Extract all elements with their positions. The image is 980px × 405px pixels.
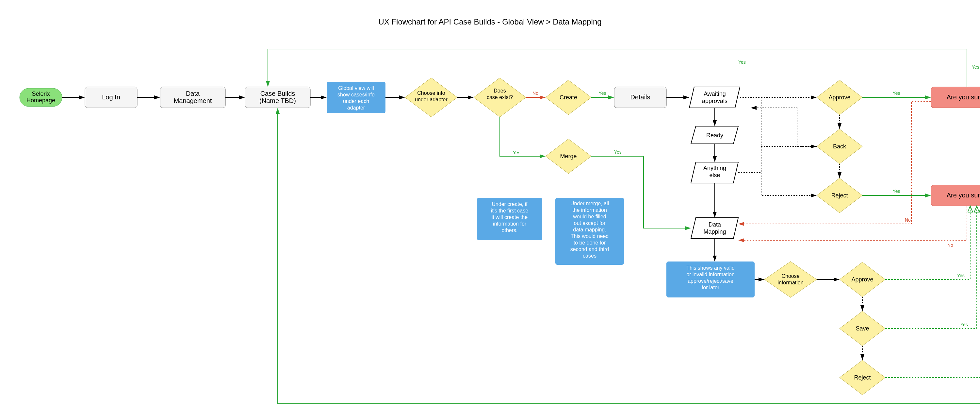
svg-text:Homepage: Homepage <box>27 97 55 104</box>
svg-text:cases: cases <box>583 253 597 258</box>
svg-text:Merge: Merge <box>560 153 577 159</box>
svg-text:Management: Management <box>174 97 212 104</box>
node-datamapping: Data Mapping <box>691 218 738 239</box>
svg-text:Reject: Reject <box>854 374 870 381</box>
svg-text:Back: Back <box>833 143 846 150</box>
node-create: Create <box>546 80 591 115</box>
svg-text:else: else <box>709 172 720 179</box>
flowchart-canvas: UX Flowchart for API Case Builds - Globa… <box>0 0 980 405</box>
svg-text:Selerix: Selerix <box>32 91 50 97</box>
label-yes-3: Yes <box>614 149 622 155</box>
svg-text:it will create the: it will create the <box>492 214 528 220</box>
node-save2: Save <box>840 311 885 346</box>
node-reject2: Reject <box>840 360 885 395</box>
label-no-2: No <box>905 217 911 223</box>
svg-text:Reject: Reject <box>831 192 848 199</box>
svg-text:or invalid information: or invalid information <box>686 272 735 277</box>
node-datamgmt: Data Management <box>160 87 225 108</box>
svg-text:Awaiting: Awaiting <box>704 91 726 97</box>
svg-text:Choose: Choose <box>781 273 799 279</box>
label-yes-6: Yes <box>972 64 979 70</box>
label-no-1: No <box>533 91 538 96</box>
svg-text:out except for: out except for <box>574 220 606 226</box>
edge-reject2-ays2 <box>885 207 980 378</box>
edge-ays1-yes-loop <box>268 49 967 87</box>
svg-text:Ready: Ready <box>706 132 723 139</box>
node-merge: Merge <box>546 139 591 174</box>
node-approve2: Approve <box>840 262 885 297</box>
svg-text:Details: Details <box>630 94 650 100</box>
label-yes-4: Yes <box>893 91 900 96</box>
node-globalview-note: Global view will show cases/info under e… <box>327 82 385 113</box>
note-datamap: This shows any valid or invalid informat… <box>667 261 755 297</box>
svg-text:Save: Save <box>856 325 869 332</box>
svg-text:This shows any valid: This shows any valid <box>686 265 735 271</box>
node-anythingelse: Anything else <box>691 162 738 183</box>
svg-marker-70 <box>764 261 817 297</box>
svg-text:show cases/info: show cases/info <box>337 92 375 97</box>
svg-text:Create: Create <box>560 94 577 100</box>
edge-approve2-ays2 <box>885 207 970 279</box>
svg-text:approvals: approvals <box>702 98 727 104</box>
svg-text:under adapter: under adapter <box>415 97 447 102</box>
note-create: Under create, if it's the first case it … <box>477 198 542 240</box>
node-chooseinfo2: Choose information <box>764 261 817 297</box>
svg-text:Does: Does <box>493 88 506 94</box>
svg-text:Anything: Anything <box>703 165 726 171</box>
note-merge: Under merge, all the information would b… <box>555 198 624 265</box>
label-no-3: No <box>947 242 953 248</box>
svg-marker-36 <box>691 218 738 239</box>
node-start: Selerix Homepage <box>20 88 62 107</box>
label-or-3: or <box>869 301 873 307</box>
node-awaiting: Awaiting approvals <box>689 87 740 108</box>
svg-text:it's the first case: it's the first case <box>491 208 528 214</box>
svg-text:This would need: This would need <box>571 233 609 239</box>
svg-text:Under merge, all: Under merge, all <box>570 201 609 206</box>
node-approve1: Approve <box>817 80 862 115</box>
edge-doescase-merge <box>500 117 545 156</box>
svg-text:approve/reject/save: approve/reject/save <box>687 278 733 284</box>
svg-text:information for: information for <box>493 221 527 226</box>
svg-text:Case Builds: Case Builds <box>260 90 295 97</box>
node-areyousure2: Are you sure? <box>931 185 980 206</box>
label-yes-9: Yes <box>960 322 968 327</box>
node-login: Log In <box>85 87 137 108</box>
label-or-1: or <box>846 119 850 124</box>
svg-text:information: information <box>778 280 803 285</box>
svg-text:the information: the information <box>572 207 607 213</box>
label-yes-6b: Yes <box>738 59 746 65</box>
svg-text:Under create, if: Under create, if <box>492 201 528 207</box>
svg-text:second and third: second and third <box>570 247 609 252</box>
svg-text:Choose info: Choose info <box>417 90 445 96</box>
svg-text:others.: others. <box>502 228 518 233</box>
svg-text:Log In: Log In <box>102 94 120 100</box>
svg-text:Data: Data <box>186 90 200 97</box>
svg-text:Approve: Approve <box>829 94 850 100</box>
svg-text:data mapping.: data mapping. <box>573 227 606 233</box>
diagram-title: UX Flowchart for API Case Builds - Globa… <box>378 18 601 26</box>
svg-text:Are you sure?: Are you sure? <box>947 191 980 199</box>
svg-marker-28 <box>689 87 740 108</box>
edge-ays2-yes-loop <box>278 108 980 404</box>
svg-text:(Name TBD): (Name TBD) <box>259 97 296 104</box>
svg-text:Mapping: Mapping <box>703 228 726 235</box>
svg-text:under each: under each <box>343 98 369 104</box>
node-doescase: Does case exist? <box>474 78 526 117</box>
node-details: Details <box>614 87 667 108</box>
node-chooseinfo: Choose info under adapter <box>405 78 457 117</box>
svg-text:for later: for later <box>702 285 720 290</box>
svg-text:to be done for: to be done for <box>574 240 606 246</box>
svg-text:case exist?: case exist? <box>487 94 513 100</box>
svg-text:Approve: Approve <box>851 276 873 283</box>
node-casebuilds: Case Builds (Name TBD) <box>245 87 310 108</box>
svg-text:adapter: adapter <box>347 105 365 110</box>
svg-text:Are you sure?: Are you sure? <box>947 94 980 100</box>
label-yes-5: Yes <box>893 189 900 194</box>
svg-text:would be filled: would be filled <box>573 214 606 219</box>
edge-ays2-no <box>739 206 967 240</box>
node-areyousure1: Are you sure? <box>931 87 980 108</box>
edge-save2-ays2 <box>885 207 977 328</box>
svg-text:Data: Data <box>708 221 721 228</box>
node-reject1: Reject <box>817 178 862 213</box>
label-or-4: or <box>869 351 873 356</box>
